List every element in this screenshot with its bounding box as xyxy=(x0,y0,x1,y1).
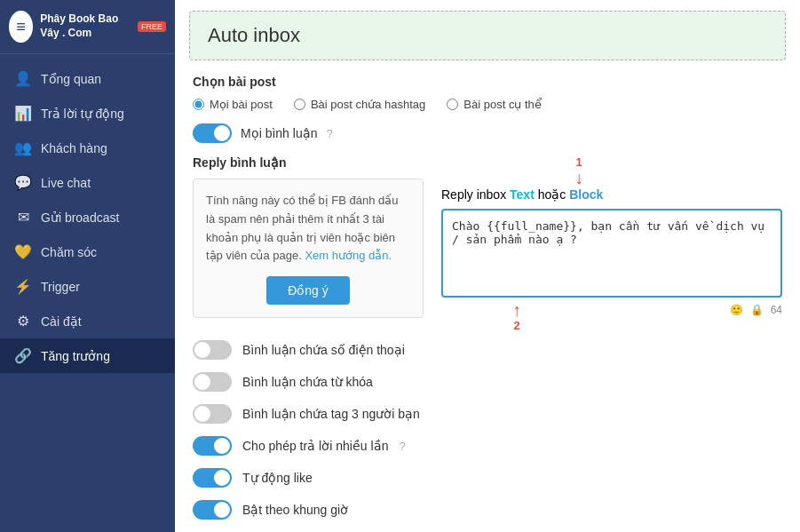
chon-bai-post-label: Chọn bài post xyxy=(193,75,782,89)
sidebar-item-tra-loi[interactable]: 📊 Trả lời tự động xyxy=(0,96,175,131)
radio-label-hashtag: Bài post chứa hashtag xyxy=(311,98,425,111)
logo-text: Phây Book Bao Vây . Com xyxy=(40,12,132,40)
sidebar-item-tang-truong[interactable]: 🔗 Tăng trưởng xyxy=(0,338,175,373)
logo-icon: ≡ xyxy=(9,11,33,43)
sidebar-item-label: Chăm sóc xyxy=(41,245,97,259)
sidebar-item-label: Cài đặt xyxy=(41,314,82,329)
toggle-knob xyxy=(214,470,230,486)
reply-inbox-prefix: Reply inbox xyxy=(441,187,510,202)
toggle-knob xyxy=(214,125,230,141)
toggle-moi-binh-luan[interactable] xyxy=(193,123,232,143)
toggle-knob xyxy=(194,374,210,390)
link-icon: 🔗 xyxy=(14,347,32,364)
char-count: 64 xyxy=(771,304,782,316)
toggle-knob xyxy=(214,438,230,454)
reply-inbox-or: hoặc xyxy=(535,187,569,202)
sidebar-item-cai-dat[interactable]: ⚙ Cài đặt xyxy=(0,304,175,338)
group-icon: 👥 xyxy=(14,139,32,156)
content-area: Chọn bài post Mọi bài post Bài post chứa… xyxy=(175,75,800,532)
gear-icon: ⚙ xyxy=(14,313,32,330)
textarea-toolbar: 🙂 🔒 64 xyxy=(441,304,782,316)
toggle-moi-binh-luan-row: Mọi bình luận ? xyxy=(193,123,782,143)
reply-inbox-text: Text xyxy=(510,187,535,202)
lightning-icon: ⚡ xyxy=(14,278,32,295)
option-label-so-dien-thoai: Bình luận chứa số điện thoại xyxy=(242,343,405,357)
chat-icon: 💬 xyxy=(14,174,32,191)
sidebar-item-tong-quan[interactable]: 👤 Tổng quan xyxy=(0,61,175,96)
annotation-1: 1 ↓ xyxy=(574,155,583,187)
option-label-khung-gio: Bật theo khung giờ xyxy=(242,503,348,517)
toggle-knob xyxy=(214,502,230,518)
main-content: Auto inbox Chọn bài post Mọi bài post Bà… xyxy=(175,0,800,532)
option-row-so-dien-thoai: Bình luận chứa số điện thoại xyxy=(193,334,782,366)
radio-hashtag[interactable]: Bài post chứa hashtag xyxy=(294,98,425,111)
sidebar-nav: 👤 Tổng quan 📊 Trả lời tự động 👥 Khách hà… xyxy=(0,54,175,532)
two-col-layout: Reply bình luận Tính năng này có thể bị … xyxy=(193,155,782,318)
reply-inbox-label: Reply inbox Text hoặc Block xyxy=(441,187,782,202)
sidebar-item-label: Trigger xyxy=(41,280,80,294)
option-row-tag-3: Bình luận chứa tag 3 người bạn xyxy=(193,398,782,430)
col-left: Reply bình luận Tính năng này có thể bị … xyxy=(193,155,424,318)
radio-label-cu-the: Bài post cụ thể xyxy=(463,98,542,111)
toggle-so-dien-thoai[interactable] xyxy=(193,340,232,360)
sidebar: ≡ Phây Book Bao Vây . Com FREE 👤 Tổng qu… xyxy=(0,0,175,532)
option-row-khung-gio: Bật theo khung giờ xyxy=(193,494,782,526)
sidebar-item-label: Trả lời tự động xyxy=(41,107,124,121)
col-right: 1 ↓ Reply inbox Text hoặc Block Chào {{f… xyxy=(441,155,782,318)
user-icon: 👤 xyxy=(14,70,32,87)
toggle-nhieu-lan[interactable] xyxy=(193,436,232,456)
sidebar-item-label: Tăng trưởng xyxy=(41,349,110,363)
sidebar-item-label: Khách hàng xyxy=(41,141,107,155)
mail-icon: ✉ xyxy=(14,209,32,226)
radio-group-bai-post: Mọi bài post Bài post chứa hashtag Bài p… xyxy=(193,98,782,111)
sidebar-item-label: Gửi broadcast xyxy=(41,210,119,225)
chart-icon: 📊 xyxy=(14,105,32,122)
toggle-tu-dong-like[interactable] xyxy=(193,468,232,488)
toggle-knob xyxy=(194,406,210,422)
reply-inbox-block: Block xyxy=(569,187,603,202)
page-title: Auto inbox xyxy=(208,24,767,47)
sidebar-item-live-chat[interactable]: 💬 Live chat xyxy=(0,165,175,200)
sidebar-item-label: Tổng quan xyxy=(41,72,101,86)
help-icon-nhieu-lan[interactable]: ? xyxy=(399,440,405,453)
option-label-tag-3: Bình luận chứa tag 3 người bạn xyxy=(242,407,420,421)
toggle-moi-binh-luan-label: Mọi bình luận xyxy=(241,126,317,140)
option-label-nhieu-lan: Cho phép trả lời nhiều lần xyxy=(242,439,388,453)
option-label-tu-dong-like: Tự động like xyxy=(242,471,313,485)
option-row-tu-khoa: Bình luận chứa từ khóa xyxy=(193,366,782,398)
sidebar-item-gui-broadcast[interactable]: ✉ Gửi broadcast xyxy=(0,200,175,234)
annotation-wrapper: 1 ↓ Reply inbox Text hoặc Block Chào {{f… xyxy=(441,155,782,316)
toggle-tu-khoa[interactable] xyxy=(193,372,232,392)
heart-icon: 💛 xyxy=(14,243,32,260)
help-icon-moi-binh-luan[interactable]: ? xyxy=(326,127,332,140)
annotation-2: ↑ 2 xyxy=(512,301,521,332)
sidebar-item-trigger[interactable]: ⚡ Trigger xyxy=(0,269,175,304)
sidebar-logo: ≡ Phây Book Bao Vây . Com FREE xyxy=(0,0,175,54)
warning-link[interactable]: Xem hướng dẫn. xyxy=(305,249,392,262)
radio-label-moi: Mọi bài post xyxy=(210,98,273,111)
option-row-tu-dong-like: Tự động like xyxy=(193,462,782,494)
sidebar-item-khach-hang[interactable]: 👥 Khách hàng xyxy=(0,131,175,165)
sidebar-item-label: Live chat xyxy=(41,176,91,190)
option-label-tu-khoa: Bình luận chứa từ khóa xyxy=(242,375,373,389)
toggle-tag-3[interactable] xyxy=(193,404,232,424)
reply-textarea[interactable]: Chào {{full_name}}, bạn cần tư vấn về dị… xyxy=(441,209,782,298)
agree-button[interactable]: Đồng ý xyxy=(266,276,350,305)
warning-box: Tính năng này có thể bị FB đánh dấu là s… xyxy=(193,179,424,318)
emoji-icon[interactable]: 🙂 xyxy=(730,304,743,316)
radio-cu-the[interactable]: Bài post cụ thể xyxy=(447,98,542,111)
free-badge: FREE xyxy=(138,21,166,32)
options-list: Bình luận chứa số điện thoại Bình luận c… xyxy=(193,334,782,526)
sidebar-item-cham-soc[interactable]: 💛 Chăm sóc xyxy=(0,234,175,269)
page-header: Auto inbox xyxy=(189,11,786,60)
lock-icon[interactable]: 🔒 xyxy=(750,304,764,316)
toggle-knob xyxy=(194,342,210,358)
toggle-khung-gio[interactable] xyxy=(193,500,232,520)
option-row-nhieu-lan: Cho phép trả lời nhiều lần ? xyxy=(193,430,782,462)
radio-moi-bai-post[interactable]: Mọi bài post xyxy=(193,98,273,111)
reply-binh-luan-label: Reply bình luận xyxy=(193,155,424,170)
